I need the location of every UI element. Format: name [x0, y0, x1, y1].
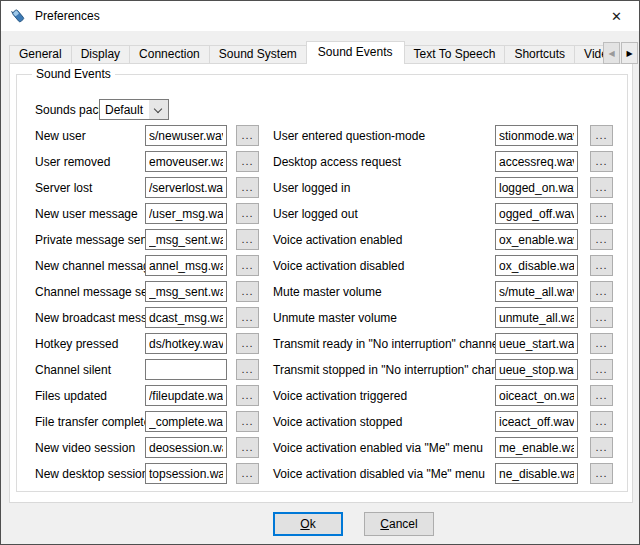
window-title: Preferences [35, 9, 100, 23]
sound-event-row: Voice activation enabled ... [10, 229, 632, 250]
sound-file-input[interactable] [495, 463, 578, 484]
ok-button-label: Ok [275, 517, 341, 531]
sounds-pack-select[interactable]: Default [99, 99, 169, 120]
sound-event-row: Voice activation enabled via "Me" menu .… [10, 437, 632, 458]
sounds-pack-label: Sounds pack [35, 103, 104, 117]
sound-file-input[interactable] [495, 385, 578, 406]
sound-file-input[interactable] [495, 229, 578, 250]
close-button[interactable]: ✕ [594, 1, 639, 31]
titlebar: Preferences ✕ [1, 1, 639, 31]
tab-display[interactable]: Display [71, 45, 130, 63]
sound-file-input[interactable] [495, 437, 578, 458]
browse-button[interactable]: ... [590, 463, 613, 484]
sound-event-label: Voice activation enabled [273, 233, 402, 247]
group-title: Sound Events [32, 67, 115, 81]
browse-button[interactable]: ... [590, 229, 613, 250]
tab-sound-events[interactable]: Sound Events [306, 41, 405, 64]
sound-event-label: User logged in [273, 181, 350, 195]
sound-event-label: Voice activation enabled via "Me" menu [273, 441, 483, 455]
browse-button[interactable]: ... [590, 203, 613, 224]
tab-sound-system[interactable]: Sound System [209, 45, 307, 63]
sounds-pack-value: Default [105, 103, 143, 117]
sound-event-row: Voice activation disabled via "Me" menu … [10, 463, 632, 484]
tab-video[interactable]: Video [574, 45, 605, 63]
tab-shortcuts[interactable]: Shortcuts [504, 45, 575, 63]
sound-file-input[interactable] [495, 411, 578, 432]
tab-bar: GeneralDisplayConnectionSound SystemSoun… [9, 41, 605, 64]
sound-file-input[interactable] [495, 359, 578, 380]
sound-event-label: Voice activation disabled [273, 259, 404, 273]
arrow-left-icon: ◀ [608, 49, 614, 58]
browse-button[interactable]: ... [590, 385, 613, 406]
sound-event-label: Transmit ready in "No interruption" chan… [273, 337, 501, 351]
browse-button[interactable]: ... [590, 177, 613, 198]
sound-event-row: User logged out ... [10, 203, 632, 224]
sound-event-row: Transmit ready in "No interruption" chan… [10, 333, 632, 354]
cancel-button[interactable]: Cancel [364, 512, 434, 536]
browse-button[interactable]: ... [590, 307, 613, 328]
sound-event-row: Voice activation disabled ... [10, 255, 632, 276]
browse-button[interactable]: ... [590, 255, 613, 276]
sound-event-label: Voice activation triggered [273, 389, 407, 403]
tab-scroll-right-button[interactable]: ▶ [621, 42, 638, 64]
sound-file-input[interactable] [495, 203, 578, 224]
chevron-down-icon [149, 100, 168, 119]
sound-event-label: Voice activation disabled via "Me" menu [273, 467, 485, 481]
browse-button[interactable]: ... [590, 437, 613, 458]
cancel-button-label: Cancel [365, 517, 433, 531]
sound-event-label: Mute master volume [273, 285, 382, 299]
browse-button[interactable]: ... [590, 151, 613, 172]
browse-button[interactable]: ... [590, 281, 613, 302]
sound-event-label: User logged out [273, 207, 358, 221]
sound-file-input[interactable] [495, 333, 578, 354]
sound-file-input[interactable] [495, 151, 578, 172]
browse-button[interactable]: ... [590, 125, 613, 146]
sound-event-label: Transmit stopped in "No interruption" ch… [273, 363, 514, 377]
sound-file-input[interactable] [495, 281, 578, 302]
sound-event-row: Unmute master volume ... [10, 307, 632, 328]
sound-event-row: Voice activation stopped ... [10, 411, 632, 432]
preferences-window: Preferences ✕ GeneralDisplayConnectionSo… [0, 0, 640, 545]
sound-file-input[interactable] [495, 125, 578, 146]
sound-event-row: Transmit stopped in "No interruption" ch… [10, 359, 632, 380]
sound-event-row: User logged in ... [10, 177, 632, 198]
sound-event-label: Desktop access request [273, 155, 401, 169]
browse-button[interactable]: ... [590, 333, 613, 354]
close-icon: ✕ [611, 9, 622, 24]
sound-file-input[interactable] [495, 307, 578, 328]
browse-button[interactable]: ... [590, 359, 613, 380]
sound-event-row: Voice activation triggered ... [10, 385, 632, 406]
arrow-right-icon: ▶ [626, 49, 632, 58]
sound-event-row: Desktop access request ... [10, 151, 632, 172]
sound-event-label: Unmute master volume [273, 311, 397, 325]
sound-event-row: Mute master volume ... [10, 281, 632, 302]
sound-file-input[interactable] [495, 177, 578, 198]
sound-event-label: Voice activation stopped [273, 415, 402, 429]
tab-scroll-left-button[interactable]: ◀ [603, 42, 620, 64]
sound-event-row: User entered question-mode ... [10, 125, 632, 146]
app-icon [10, 8, 26, 24]
sound-file-input[interactable] [495, 255, 578, 276]
ok-button[interactable]: Ok [273, 512, 343, 536]
browse-button[interactable]: ... [590, 411, 613, 432]
sound-event-label: User entered question-mode [273, 129, 425, 143]
tab-general[interactable]: General [9, 45, 72, 63]
tab-text-to-speech[interactable]: Text To Speech [404, 45, 506, 63]
tab-panel-sound-events: Sound Events Sounds pack Default New use… [9, 63, 633, 503]
tab-connection[interactable]: Connection [129, 45, 210, 63]
